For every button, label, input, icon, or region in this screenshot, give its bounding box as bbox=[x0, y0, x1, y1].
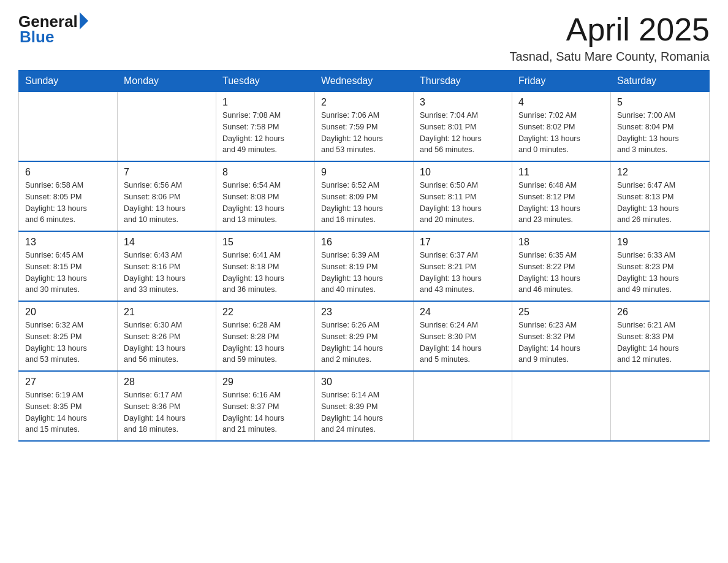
day-info: Sunrise: 6:28 AMSunset: 8:28 PMDaylight:… bbox=[222, 320, 308, 366]
calendar-cell bbox=[414, 371, 512, 441]
calendar-cell: 20Sunrise: 6:32 AMSunset: 8:25 PMDayligh… bbox=[19, 301, 118, 371]
day-info: Sunrise: 7:00 AMSunset: 8:04 PMDaylight:… bbox=[617, 110, 703, 156]
calendar-cell: 11Sunrise: 6:48 AMSunset: 8:12 PMDayligh… bbox=[512, 161, 611, 231]
day-number: 10 bbox=[420, 167, 506, 178]
day-number: 20 bbox=[25, 307, 111, 318]
calendar-week-row: 6Sunrise: 6:58 AMSunset: 8:05 PMDaylight… bbox=[19, 161, 710, 231]
day-info: Sunrise: 6:26 AMSunset: 8:29 PMDaylight:… bbox=[321, 320, 407, 366]
day-info: Sunrise: 6:19 AMSunset: 8:35 PMDaylight:… bbox=[25, 389, 111, 435]
calendar-week-row: 20Sunrise: 6:32 AMSunset: 8:25 PMDayligh… bbox=[19, 301, 710, 371]
day-number: 3 bbox=[420, 97, 506, 108]
calendar-cell: 13Sunrise: 6:45 AMSunset: 8:15 PMDayligh… bbox=[19, 231, 118, 301]
day-info: Sunrise: 7:08 AMSunset: 7:58 PMDaylight:… bbox=[222, 110, 308, 156]
calendar-cell: 9Sunrise: 6:52 AMSunset: 8:09 PMDaylight… bbox=[315, 161, 414, 231]
day-number: 6 bbox=[25, 167, 111, 178]
day-number: 4 bbox=[518, 97, 604, 108]
calendar-cell: 28Sunrise: 6:17 AMSunset: 8:36 PMDayligh… bbox=[118, 371, 216, 441]
calendar-cell: 22Sunrise: 6:28 AMSunset: 8:28 PMDayligh… bbox=[216, 301, 315, 371]
calendar-table: SundayMondayTuesdayWednesdayThursdayFrid… bbox=[18, 70, 710, 442]
calendar-cell: 25Sunrise: 6:23 AMSunset: 8:32 PMDayligh… bbox=[512, 301, 611, 371]
day-info: Sunrise: 6:32 AMSunset: 8:25 PMDaylight:… bbox=[25, 320, 111, 366]
calendar-cell: 3Sunrise: 7:04 AMSunset: 8:01 PMDaylight… bbox=[414, 92, 512, 162]
day-info: Sunrise: 6:54 AMSunset: 8:08 PMDaylight:… bbox=[222, 180, 308, 226]
day-info: Sunrise: 6:17 AMSunset: 8:36 PMDaylight:… bbox=[124, 389, 210, 435]
calendar-cell: 30Sunrise: 6:14 AMSunset: 8:39 PMDayligh… bbox=[315, 371, 414, 441]
day-number: 18 bbox=[518, 237, 604, 248]
day-info: Sunrise: 6:14 AMSunset: 8:39 PMDaylight:… bbox=[321, 389, 407, 435]
day-number: 17 bbox=[420, 237, 506, 248]
day-info: Sunrise: 6:50 AMSunset: 8:11 PMDaylight:… bbox=[420, 180, 506, 226]
day-info: Sunrise: 6:30 AMSunset: 8:26 PMDaylight:… bbox=[124, 320, 210, 366]
calendar-cell: 16Sunrise: 6:39 AMSunset: 8:19 PMDayligh… bbox=[315, 231, 414, 301]
day-number: 30 bbox=[321, 377, 407, 388]
logo: General Blue bbox=[18, 12, 88, 47]
calendar-cell: 24Sunrise: 6:24 AMSunset: 8:30 PMDayligh… bbox=[414, 301, 512, 371]
calendar-cell: 6Sunrise: 6:58 AMSunset: 8:05 PMDaylight… bbox=[19, 161, 118, 231]
calendar-cell: 5Sunrise: 7:00 AMSunset: 8:04 PMDaylight… bbox=[611, 92, 710, 162]
calendar-cell: 26Sunrise: 6:21 AMSunset: 8:33 PMDayligh… bbox=[611, 301, 710, 371]
calendar-cell: 19Sunrise: 6:33 AMSunset: 8:23 PMDayligh… bbox=[611, 231, 710, 301]
day-info: Sunrise: 7:04 AMSunset: 8:01 PMDaylight:… bbox=[420, 110, 506, 156]
day-info: Sunrise: 6:52 AMSunset: 8:09 PMDaylight:… bbox=[321, 180, 407, 226]
day-number: 27 bbox=[25, 377, 111, 388]
day-info: Sunrise: 6:24 AMSunset: 8:30 PMDaylight:… bbox=[420, 320, 506, 366]
calendar-cell: 12Sunrise: 6:47 AMSunset: 8:13 PMDayligh… bbox=[611, 161, 710, 231]
day-number: 21 bbox=[124, 307, 210, 318]
calendar-week-row: 1Sunrise: 7:08 AMSunset: 7:58 PMDaylight… bbox=[19, 92, 710, 162]
day-info: Sunrise: 6:45 AMSunset: 8:15 PMDaylight:… bbox=[25, 250, 111, 296]
day-info: Sunrise: 6:56 AMSunset: 8:06 PMDaylight:… bbox=[124, 180, 210, 226]
calendar-cell bbox=[611, 371, 710, 441]
day-number: 28 bbox=[124, 377, 210, 388]
location-text: Tasnad, Satu Mare County, Romania bbox=[510, 50, 710, 64]
day-number: 14 bbox=[124, 237, 210, 248]
day-number: 29 bbox=[222, 377, 308, 388]
day-number: 9 bbox=[321, 167, 407, 178]
day-number: 7 bbox=[124, 167, 210, 178]
day-info: Sunrise: 6:41 AMSunset: 8:18 PMDaylight:… bbox=[222, 250, 308, 296]
day-info: Sunrise: 6:35 AMSunset: 8:22 PMDaylight:… bbox=[518, 250, 604, 296]
calendar-weekday-thursday: Thursday bbox=[414, 71, 512, 92]
calendar-weekday-saturday: Saturday bbox=[611, 71, 710, 92]
day-number: 24 bbox=[420, 307, 506, 318]
calendar-cell: 27Sunrise: 6:19 AMSunset: 8:35 PMDayligh… bbox=[19, 371, 118, 441]
calendar-cell: 21Sunrise: 6:30 AMSunset: 8:26 PMDayligh… bbox=[118, 301, 216, 371]
calendar-weekday-friday: Friday bbox=[512, 71, 611, 92]
calendar-cell: 17Sunrise: 6:37 AMSunset: 8:21 PMDayligh… bbox=[414, 231, 512, 301]
day-info: Sunrise: 6:47 AMSunset: 8:13 PMDaylight:… bbox=[617, 180, 703, 226]
calendar-week-row: 27Sunrise: 6:19 AMSunset: 8:35 PMDayligh… bbox=[19, 371, 710, 441]
day-info: Sunrise: 6:58 AMSunset: 8:05 PMDaylight:… bbox=[25, 180, 111, 226]
day-number: 8 bbox=[222, 167, 308, 178]
calendar-cell: 29Sunrise: 6:16 AMSunset: 8:37 PMDayligh… bbox=[216, 371, 315, 441]
day-info: Sunrise: 7:02 AMSunset: 8:02 PMDaylight:… bbox=[518, 110, 604, 156]
calendar-cell bbox=[118, 92, 216, 162]
logo-arrow-icon bbox=[80, 12, 88, 29]
day-number: 19 bbox=[617, 237, 703, 248]
calendar-cell: 4Sunrise: 7:02 AMSunset: 8:02 PMDaylight… bbox=[512, 92, 611, 162]
calendar-cell: 2Sunrise: 7:06 AMSunset: 7:59 PMDaylight… bbox=[315, 92, 414, 162]
calendar-cell bbox=[512, 371, 611, 441]
calendar-weekday-monday: Monday bbox=[118, 71, 216, 92]
calendar-cell: 1Sunrise: 7:08 AMSunset: 7:58 PMDaylight… bbox=[216, 92, 315, 162]
day-number: 26 bbox=[617, 307, 703, 318]
calendar-cell: 15Sunrise: 6:41 AMSunset: 8:18 PMDayligh… bbox=[216, 231, 315, 301]
calendar-cell: 23Sunrise: 6:26 AMSunset: 8:29 PMDayligh… bbox=[315, 301, 414, 371]
calendar-header-row: SundayMondayTuesdayWednesdayThursdayFrid… bbox=[19, 71, 710, 92]
calendar-weekday-tuesday: Tuesday bbox=[216, 71, 315, 92]
day-number: 1 bbox=[222, 97, 308, 108]
day-number: 25 bbox=[518, 307, 604, 318]
day-info: Sunrise: 6:37 AMSunset: 8:21 PMDaylight:… bbox=[420, 250, 506, 296]
day-number: 11 bbox=[518, 167, 604, 178]
calendar-cell bbox=[19, 92, 118, 162]
day-info: Sunrise: 6:21 AMSunset: 8:33 PMDaylight:… bbox=[617, 320, 703, 366]
day-number: 15 bbox=[222, 237, 308, 248]
calendar-week-row: 13Sunrise: 6:45 AMSunset: 8:15 PMDayligh… bbox=[19, 231, 710, 301]
calendar-weekday-sunday: Sunday bbox=[19, 71, 118, 92]
day-number: 22 bbox=[222, 307, 308, 318]
calendar-cell: 18Sunrise: 6:35 AMSunset: 8:22 PMDayligh… bbox=[512, 231, 611, 301]
title-area: April 2025 Tasnad, Satu Mare County, Rom… bbox=[510, 12, 710, 64]
day-number: 13 bbox=[25, 237, 111, 248]
day-number: 2 bbox=[321, 97, 407, 108]
calendar-cell: 7Sunrise: 6:56 AMSunset: 8:06 PMDaylight… bbox=[118, 161, 216, 231]
logo-blue-text: Blue bbox=[20, 28, 54, 47]
day-info: Sunrise: 6:39 AMSunset: 8:19 PMDaylight:… bbox=[321, 250, 407, 296]
